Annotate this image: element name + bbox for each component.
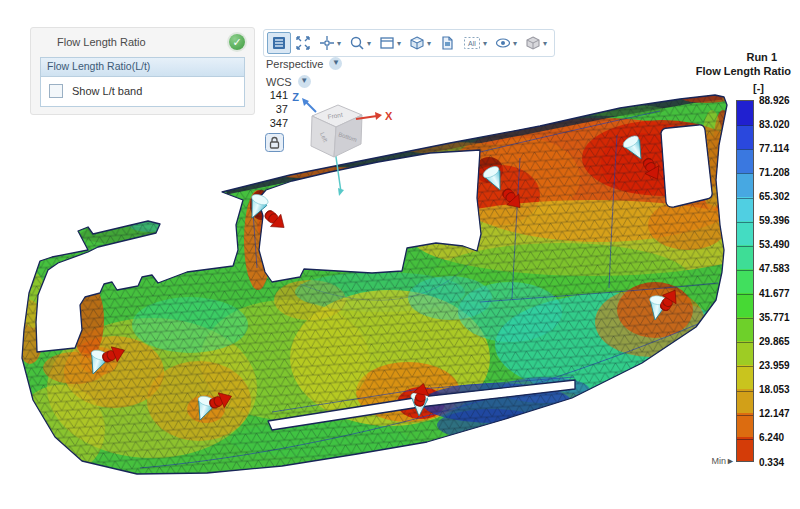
injection-arrow-icon	[261, 207, 289, 234]
y-axis-arrow	[338, 188, 344, 196]
section-title: Flow Length Ratio(L/t)	[41, 58, 244, 77]
apply-check-button[interactable]: ✓	[229, 34, 245, 50]
zoom-button[interactable]: ▾	[345, 32, 375, 54]
legend-tick	[737, 173, 753, 174]
layers-pane-icon	[271, 35, 287, 51]
legend-value: 18.053	[759, 384, 800, 395]
solid-display-icon	[525, 35, 541, 51]
show-lt-band-checkbox[interactable]	[49, 84, 63, 98]
legend-value: 71.208	[759, 167, 800, 178]
count-value: 347	[250, 116, 288, 130]
legend-value: 53.490	[759, 239, 800, 250]
viewer-toolbar: ▾ ▾ ▾ ▾ All ▾ ▾	[263, 29, 555, 57]
legend-color-bar	[736, 100, 754, 462]
view-cube[interactable]: Front Left Bottom Z X	[292, 91, 393, 196]
mesh-wireframe	[0, 80, 760, 480]
legend-value: 6.240	[759, 432, 800, 443]
window-layout-icon	[379, 35, 395, 51]
coordinate-system-selector[interactable]: WCS ▼	[266, 75, 311, 88]
x-axis-label: X	[385, 110, 393, 122]
legend-value: 35.771	[759, 312, 800, 323]
dropdown-arrow-icon[interactable]: ▾	[543, 39, 547, 48]
legend-value: 47.583	[759, 263, 800, 274]
new-plot-button[interactable]	[435, 32, 459, 54]
zoom-icon	[349, 35, 365, 51]
legend-tick	[737, 246, 753, 247]
flow-length-ratio-panel: Flow Length Ratio ✓ Flow Length Ratio(L/…	[30, 27, 255, 115]
panel-title: Flow Length Ratio	[57, 36, 146, 48]
new-plot-icon	[439, 35, 455, 51]
chevron-down-icon[interactable]: ▼	[329, 57, 342, 70]
legend-tick	[737, 342, 753, 343]
dropdown-arrow-icon[interactable]: ▾	[337, 39, 341, 48]
legend-value: 59.396	[759, 215, 800, 226]
layers-pane-button[interactable]	[267, 32, 291, 54]
dropdown-arrow-icon[interactable]: ▾	[483, 39, 487, 48]
legend-tick	[737, 366, 753, 367]
legend-unit: [-]	[640, 82, 764, 94]
legend-value: 0.334	[759, 457, 800, 468]
lock-view-button[interactable]	[265, 133, 284, 152]
legend-value: 12.147	[759, 408, 800, 419]
min-arrow-icon: ►	[726, 456, 735, 466]
legend-run-label: Run 1	[640, 51, 777, 63]
show-lt-band-label: Show L/t band	[72, 85, 142, 97]
selection-all-icon: All	[463, 35, 481, 51]
projection-selector[interactable]: Perspective ▼	[266, 57, 342, 70]
legend-tick	[737, 415, 753, 416]
solid-display-button[interactable]: ▾	[521, 32, 551, 54]
dropdown-arrow-icon[interactable]: ▾	[367, 39, 371, 48]
view-cube-icon	[409, 35, 425, 51]
legend-tick	[737, 198, 753, 199]
dropdown-arrow-icon[interactable]: ▾	[397, 39, 401, 48]
selection-all-button[interactable]: All ▾	[459, 32, 491, 54]
window-layout-button[interactable]: ▾	[375, 32, 405, 54]
legend-min-marker: Min►	[704, 456, 735, 466]
fit-all-icon	[295, 35, 311, 51]
legend-value: 83.020	[759, 119, 800, 130]
visibility-eye-icon	[495, 35, 511, 51]
coordinate-system-value: WCS	[266, 76, 292, 88]
x-axis-arrow	[375, 112, 382, 120]
legend-value: 88.926	[759, 95, 800, 106]
entity-counts: 141 37 347	[250, 88, 288, 130]
legend-tick	[737, 391, 753, 392]
count-value: 141	[250, 88, 288, 102]
visibility-button[interactable]: ▾	[491, 32, 521, 54]
legend-tick	[737, 439, 753, 440]
legend-value: 41.677	[759, 288, 800, 299]
result-color-field	[0, 80, 772, 480]
legend-value: 29.865	[759, 336, 800, 347]
legend-value: 65.302	[759, 191, 800, 202]
moldflow-viewport: { "panel": { "title": "Flow Length Ratio…	[0, 0, 800, 509]
legend-tick	[737, 149, 753, 150]
chevron-down-icon[interactable]: ▼	[298, 75, 311, 88]
view-cube-button[interactable]: ▾	[405, 32, 435, 54]
projection-value: Perspective	[266, 58, 323, 70]
fit-all-button[interactable]	[291, 32, 315, 54]
z-axis-label: Z	[292, 91, 299, 103]
legend-tick	[737, 294, 753, 295]
legend-tick	[737, 318, 753, 319]
pan-center-icon	[319, 35, 335, 51]
legend-tick	[737, 125, 753, 126]
legend-tick	[737, 270, 753, 271]
dropdown-arrow-icon[interactable]: ▾	[427, 39, 431, 48]
legend-tick	[737, 222, 753, 223]
dropdown-arrow-icon[interactable]: ▾	[513, 39, 517, 48]
count-value: 37	[250, 102, 288, 116]
selection-all-label: All	[468, 40, 476, 47]
pan-center-button[interactable]: ▾	[315, 32, 345, 54]
panel-section: Flow Length Ratio(L/t) Show L/t band	[40, 57, 245, 107]
legend-title: Flow Length Ratio	[640, 65, 791, 77]
legend-value: 23.959	[759, 360, 800, 371]
legend-value: 77.114	[759, 143, 800, 154]
